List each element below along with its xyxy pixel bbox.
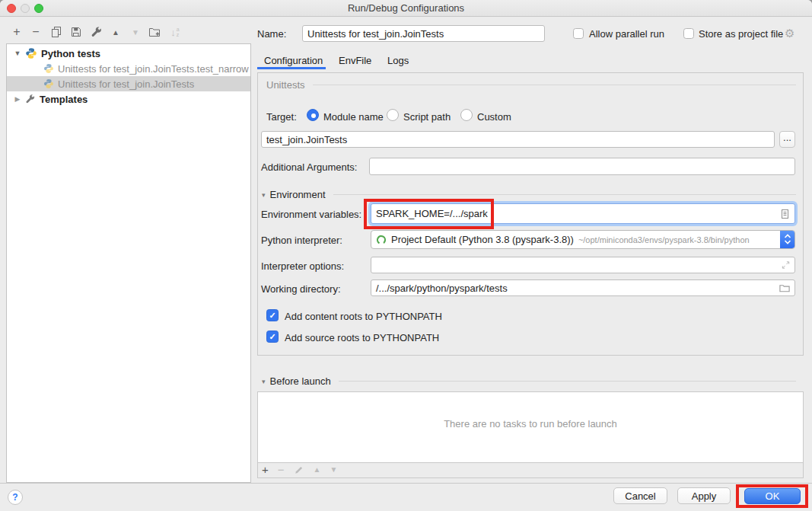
interpreter-options-input[interactable] <box>371 257 795 273</box>
folder-icon <box>779 283 791 294</box>
radio-custom-label[interactable]: Custom <box>477 111 511 123</box>
close-window-button[interactable] <box>7 4 16 13</box>
tree-item-label: Unittests for test_join.JoinTests.test_n… <box>58 63 249 75</box>
name-label: Name: <box>257 28 286 40</box>
tree-item-unittests-jointests-selected[interactable]: Unittests for test_join.JoinTests <box>7 76 250 91</box>
before-launch-toolbar: + − ▲ ▼ <box>258 461 803 477</box>
tree-item-templates[interactable]: ▶ Templates <box>7 91 250 107</box>
add-content-roots-label[interactable]: Add content roots to PYTHONPATH <box>285 311 442 322</box>
gear-icon[interactable]: ⚙ <box>785 27 794 40</box>
radio-script-path-label[interactable]: Script path <box>403 111 451 123</box>
wrench-icon <box>25 94 36 104</box>
allow-parallel-run-checkbox[interactable] <box>573 28 584 39</box>
minimize-window-button[interactable] <box>21 4 30 13</box>
python-icon <box>25 47 37 59</box>
additional-arguments-input[interactable] <box>369 158 795 175</box>
add-configuration-button[interactable]: + <box>8 24 26 40</box>
ok-button-label: OK <box>766 490 780 502</box>
collapse-arrow-icon: ▾ <box>262 191 266 199</box>
environment-variables-input[interactable]: SPARK_HOME=/.../spark <box>371 203 795 224</box>
add-content-roots-checkbox[interactable]: ✓ <box>266 309 279 321</box>
store-as-project-file-checkbox[interactable] <box>683 28 694 39</box>
cancel-button[interactable]: Cancel <box>613 487 667 504</box>
help-button[interactable]: ? <box>8 490 23 505</box>
collapse-arrow-icon: ▾ <box>262 378 266 385</box>
remove-configuration-button[interactable]: − <box>27 24 45 40</box>
pencil-icon <box>294 465 304 475</box>
before-launch-empty-text: There are no tasks to run before launch <box>258 418 803 430</box>
move-task-down-button[interactable]: ▼ <box>330 465 337 474</box>
copy-configuration-button[interactable] <box>47 24 65 40</box>
plus-icon: + <box>262 463 269 476</box>
browse-env-vars-button[interactable] <box>779 208 791 220</box>
list-document-icon <box>779 208 791 220</box>
expand-icon <box>781 260 791 270</box>
python-icon <box>43 63 54 74</box>
environment-variables-value: SPARK_HOME=/.../spark <box>376 208 488 219</box>
working-directory-input[interactable]: /.../spark/python/pyspark/tests <box>371 279 795 296</box>
python-interpreter-select[interactable]: Project Default (Python 3.8 (pyspark-3.8… <box>371 230 795 249</box>
environment-group-header[interactable]: ▾ Environment <box>262 189 796 200</box>
remove-task-button[interactable]: − <box>278 463 285 476</box>
before-launch-task-list[interactable]: There are no tasks to run before launch <box>258 392 803 463</box>
before-launch-group-header[interactable]: ▾ Before launch <box>262 375 796 387</box>
arrow-down-icon: ▼ <box>330 465 337 474</box>
add-source-roots-checkbox[interactable]: ✓ <box>266 331 279 343</box>
radio-module-name-label[interactable]: Module name <box>323 111 384 123</box>
python-interpreter-label: Python interpreter: <box>261 235 342 246</box>
before-launch-panel: There are no tasks to run before launch … <box>257 391 804 478</box>
edit-task-button[interactable] <box>294 465 304 475</box>
unittests-group-header: Unittests <box>266 79 796 91</box>
allow-parallel-run-label[interactable]: Allow parallel run <box>589 28 664 40</box>
environment-variables-label: Environment variables: <box>261 209 361 220</box>
add-source-roots-label[interactable]: Add source roots to PYTHONPATH <box>285 332 439 343</box>
ellipsis-icon: ... <box>783 132 791 143</box>
target-input[interactable]: test_join.JoinTests <box>261 131 775 148</box>
dropdown-stepper-icon[interactable] <box>780 230 795 248</box>
move-down-button[interactable]: ▼ <box>126 24 145 40</box>
divider <box>333 194 796 195</box>
expander-closed-icon[interactable]: ▶ <box>13 95 22 103</box>
zoom-window-button[interactable] <box>34 4 43 13</box>
ok-button[interactable]: OK <box>744 488 801 504</box>
additional-arguments-label: Additional Arguments: <box>261 161 357 173</box>
apply-button-label: Apply <box>692 490 717 502</box>
save-icon <box>70 26 82 38</box>
browse-directory-button[interactable] <box>779 283 791 294</box>
tab-logs[interactable]: Logs <box>387 55 409 66</box>
tab-configuration[interactable]: Configuration <box>264 55 323 66</box>
tree-item-unittests-test-narrow[interactable]: Unittests for test_join.JoinTests.test_n… <box>7 61 250 76</box>
move-up-button[interactable]: ▲ <box>107 24 125 40</box>
apply-button[interactable]: Apply <box>677 487 731 504</box>
tree-item-label: Python tests <box>41 48 100 59</box>
python-interpreter-value: Project Default (Python 3.8 (pyspark-3.8… <box>391 234 574 245</box>
save-configuration-button[interactable] <box>67 24 85 40</box>
store-as-project-file-label[interactable]: Store as project file <box>699 28 783 40</box>
radio-script-path[interactable] <box>387 109 399 121</box>
working-directory-label: Working directory: <box>261 283 341 295</box>
browse-target-button[interactable]: ... <box>779 131 795 148</box>
sort-configurations-button[interactable]: ↓ az <box>166 24 184 40</box>
add-task-button[interactable]: + <box>262 463 269 476</box>
plus-icon: + <box>13 25 20 39</box>
edit-templates-button[interactable] <box>88 24 106 40</box>
name-input[interactable]: Unittests for test_join.JoinTests <box>302 25 545 42</box>
copy-icon <box>50 26 62 38</box>
new-folder-button[interactable] <box>145 24 164 40</box>
question-mark-icon: ? <box>12 492 18 503</box>
move-task-up-button[interactable]: ▲ <box>314 465 321 474</box>
tree-item-python-tests[interactable]: ▼ Python tests <box>7 46 250 61</box>
tab-envfile[interactable]: EnvFile <box>339 55 371 66</box>
check-icon: ✓ <box>269 311 275 321</box>
divider <box>339 381 796 382</box>
arrow-down-icon: ▼ <box>132 28 139 37</box>
radio-module-name[interactable] <box>307 109 319 121</box>
window-title: Run/Debug Configurations <box>348 2 464 14</box>
radio-custom[interactable] <box>460 109 473 121</box>
active-tab-indicator <box>257 67 326 69</box>
expander-open-icon[interactable]: ▼ <box>13 50 22 57</box>
expand-editor-button[interactable] <box>781 260 791 270</box>
cancel-button-label: Cancel <box>625 490 655 502</box>
unittests-group-label: Unittests <box>266 79 305 91</box>
run-debug-configurations-dialog: Run/Debug Configurations + − ▲ ▼ ↓ az ▼ … <box>0 0 812 511</box>
